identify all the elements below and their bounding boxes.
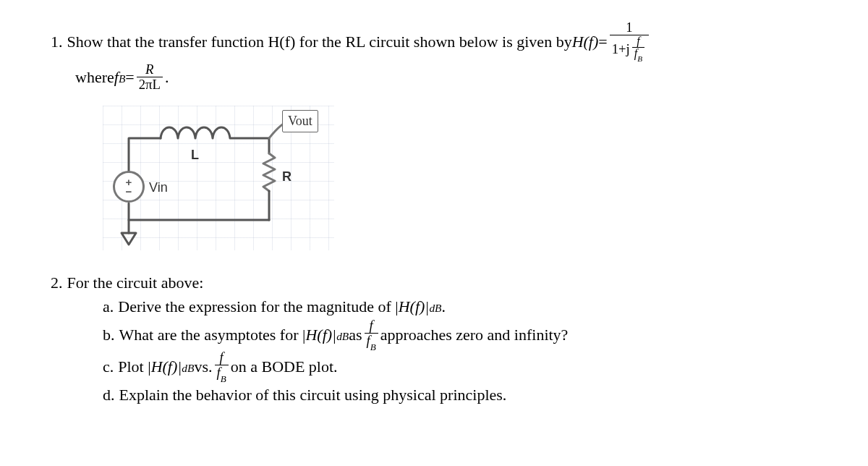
part-a-letter: a. (103, 295, 114, 318)
source-minus: − (126, 187, 132, 197)
part-c-letter: c. (103, 355, 114, 378)
problem-2-number: 2. (51, 271, 63, 295)
problem-1-eq: = (598, 30, 607, 54)
part-a-H: H(f)| (399, 295, 430, 318)
problem-2-intro-line: 2. For the circuit above: (51, 271, 817, 295)
problem-2-intro: For the circuit above: (67, 271, 204, 295)
problem-1-line1: 1. Show that the transfer function H(f) … (51, 20, 817, 62)
vout-label: Vout (282, 110, 318, 132)
problem-1-hf: H(f) (572, 30, 599, 54)
problem-2a: a. Derive the expression for the magnitu… (51, 295, 817, 318)
frac-top: 1 (610, 20, 649, 35)
problem-2: 2. For the circuit above: a. Derive the … (51, 271, 817, 406)
problem-1-text: Show that the transfer function H(f) for… (67, 30, 572, 54)
frac-inner-bot: fB (632, 48, 644, 62)
frac-inner-bot-sub: B (637, 54, 642, 63)
where-eq: = (125, 65, 134, 89)
vin-label: Vin (149, 178, 168, 198)
problem-1: 1. Show that the transfer function H(f) … (51, 20, 817, 91)
frac-inner: f fB (632, 35, 644, 63)
part-b-end: approaches zero and infinity? (380, 323, 569, 347)
inductor-label: L (191, 145, 199, 165)
circuit-diagram: + − Vout Vin L R (103, 106, 334, 250)
part-c-frac: f fB (215, 350, 229, 382)
where-frac-top: R (137, 62, 163, 77)
where-fB-sub: B (119, 70, 125, 87)
part-c-frac-top: f (215, 350, 229, 365)
part-b-frac-bot-f: f (367, 333, 370, 348)
part-a-dB: dB (429, 300, 441, 316)
problem-1-where: where fB = R 2πL . (51, 62, 817, 91)
part-d-letter: d. (103, 383, 115, 407)
where-dot: . (165, 65, 169, 89)
part-b-frac: f fB (365, 318, 378, 350)
part-b-frac-bot-sub: B (370, 342, 376, 352)
where-frac-bot: 2πL (137, 77, 163, 92)
part-b-H: H(f)| (305, 323, 336, 347)
part-d-text: Explain the behavior of this circuit usi… (119, 383, 507, 407)
part-b-text: What are the asymptotes for | (119, 323, 306, 347)
part-b-dB: dB (336, 328, 349, 344)
part-b-frac-top: f (365, 318, 378, 334)
part-c-dB: dB (182, 360, 194, 376)
part-c-vs: vs. (194, 355, 212, 378)
where-text: where (75, 65, 114, 89)
part-a-end: . (442, 295, 446, 318)
problem-1-number: 1. (51, 30, 63, 54)
problem-2c: c. Plot | H(f)|dB vs. f fB on a BODE plo… (51, 350, 817, 382)
where-frac: R 2πL (137, 62, 163, 91)
part-b-letter: b. (103, 323, 115, 347)
part-c-end: on a BODE plot. (231, 355, 338, 378)
frac-inner-top: f (632, 35, 644, 48)
part-c-text: Plot | (118, 355, 150, 378)
problem-2d: d. Explain the behavior of this circuit … (51, 383, 817, 407)
frac-bot: 1+j f fB (610, 35, 649, 63)
resistor-label: R (282, 167, 292, 187)
part-c-H: H(f)| (151, 355, 182, 378)
frac-bot-pre: 1+j (612, 42, 630, 56)
part-c-frac-bot-f: f (217, 365, 221, 380)
problem-1-main-frac: 1 1+j f fB (610, 20, 649, 62)
problem-2b: b. What are the asymptotes for | H(f)|dB… (51, 318, 817, 350)
part-b-frac-bot: fB (365, 334, 378, 350)
part-c-frac-bot-sub: B (221, 373, 226, 384)
part-b-as: as (349, 323, 362, 347)
part-a-text: Derive the expression for the magnitude … (118, 295, 398, 318)
part-c-frac-bot: fB (215, 365, 229, 382)
